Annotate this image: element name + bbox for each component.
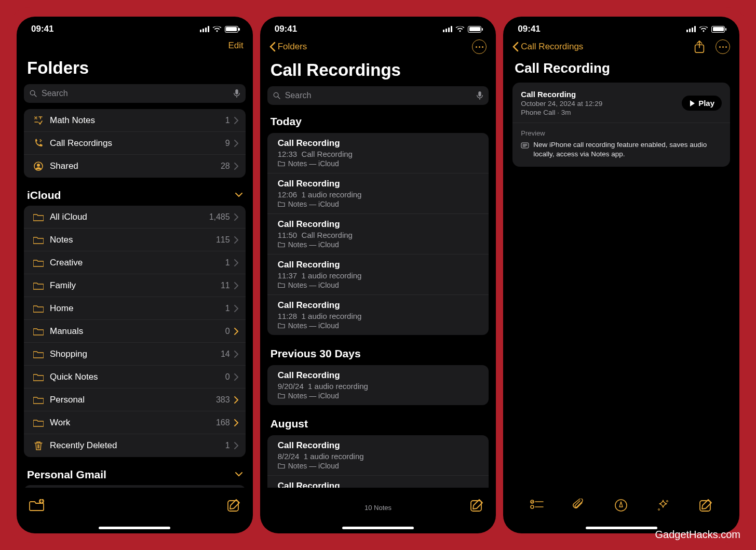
- folder-row-quick-notes[interactable]: Quick Notes0: [24, 366, 246, 388]
- recording-title: Call Recording: [278, 260, 481, 270]
- folder-icon: [31, 259, 46, 267]
- compose-button[interactable]: [227, 499, 240, 512]
- checklist-button[interactable]: [530, 500, 544, 511]
- folder-icon: [31, 373, 46, 381]
- markup-button[interactable]: [614, 499, 628, 512]
- more-options-button[interactable]: [716, 39, 730, 54]
- folder-label: Call Recordings: [46, 138, 225, 149]
- folder-row-manuals[interactable]: Manuals0: [24, 320, 246, 343]
- ai-button[interactable]: [656, 499, 670, 512]
- folder-row-math-notes[interactable]: Math Notes1: [24, 109, 246, 132]
- section-header-label: Personal Gmail: [27, 468, 106, 481]
- recording-row[interactable]: Call Recording11:37 1 audio recordingNot…: [267, 254, 489, 295]
- recording-row[interactable]: Call Recording12:06 1 audio recordingNot…: [267, 173, 489, 214]
- compose-button[interactable]: [699, 499, 712, 512]
- back-button[interactable]: Call Recordings: [512, 42, 583, 52]
- share-button[interactable]: [694, 40, 705, 53]
- svg-point-17: [531, 505, 534, 508]
- folder-row-creative[interactable]: Creative1: [24, 251, 246, 274]
- wifi-icon: [455, 25, 465, 33]
- cellular-icon: [686, 26, 696, 32]
- nav-bar: Folders: [260, 38, 496, 57]
- call-icon: [31, 138, 46, 149]
- search-field[interactable]: [24, 84, 246, 103]
- phone-call-recordings: 09:41 Folders Call Recordings: [260, 17, 496, 533]
- preview-label: Preview: [521, 129, 722, 137]
- status-icons: [686, 25, 725, 33]
- home-indicator[interactable]: [99, 527, 170, 529]
- folder-row-family[interactable]: Family11: [24, 274, 246, 297]
- search-input[interactable]: [42, 89, 229, 98]
- recording-location: Notes — iCloud: [278, 240, 481, 249]
- folder-row-work[interactable]: Work168: [24, 411, 246, 434]
- recording-row[interactable]: Call Recording11:28 1 audio recordingNot…: [267, 295, 489, 335]
- more-options-button[interactable]: [472, 39, 487, 54]
- nav-bar: Edit: [17, 38, 253, 55]
- folder-row-notes[interactable]: Notes115: [24, 229, 246, 251]
- search-input[interactable]: [285, 91, 473, 100]
- watermark: GadgetHacks.com: [655, 529, 740, 541]
- edit-button[interactable]: Edit: [228, 41, 243, 51]
- mic-icon[interactable]: [233, 89, 240, 98]
- wifi-icon: [212, 25, 222, 33]
- folder-label: Shared: [46, 161, 221, 171]
- back-button[interactable]: Folders: [269, 42, 307, 52]
- svg-point-21: [658, 509, 660, 511]
- folder-row-call-recordings[interactable]: Call Recordings9: [24, 132, 246, 155]
- play-icon: [689, 100, 695, 107]
- home-indicator[interactable]: [586, 527, 657, 529]
- mic-icon[interactable]: [476, 91, 483, 100]
- status-bar: 09:41: [260, 17, 496, 38]
- card-date: October 24, 2024 at 12:29: [521, 100, 602, 108]
- recording-sub: 9/20/24 1 audio recording: [278, 382, 481, 391]
- recording-location: Notes — iCloud: [278, 281, 481, 289]
- battery-icon: [711, 26, 725, 33]
- recording-sub: 11:28 1 audio recording: [278, 312, 481, 320]
- folder-icon: [31, 396, 46, 404]
- status-icons: [443, 25, 481, 33]
- folder-row-home[interactable]: Home1: [24, 297, 246, 320]
- folder-count: 0: [225, 372, 230, 382]
- folder-row-personal[interactable]: Personal383: [24, 388, 246, 411]
- chevron-right-icon: [234, 140, 238, 147]
- recording-location: Notes — iCloud: [278, 392, 481, 400]
- attach-button[interactable]: [573, 499, 585, 512]
- new-folder-button[interactable]: [29, 499, 45, 512]
- folder-row-all-icloud[interactable]: All iCloud1,485: [24, 206, 246, 229]
- bottom-toolbar: [17, 488, 253, 533]
- bottom-toolbar: [503, 488, 739, 533]
- search-field[interactable]: [267, 86, 489, 105]
- gmail-section-header[interactable]: Personal Gmail: [24, 465, 246, 485]
- chevron-right-icon: [234, 259, 238, 266]
- recording-row[interactable]: Call Recording11:50 Call RecordingNotes …: [267, 214, 489, 254]
- folder-label: Quick Notes: [46, 372, 225, 382]
- recording-row[interactable]: Call Recording9/20/24 1 audio recordingN…: [267, 365, 489, 405]
- chevron-right-icon: [234, 305, 238, 312]
- transcript-icon: [521, 141, 529, 150]
- chevron-right-icon: [234, 396, 238, 404]
- recording-row[interactable]: Call Recording8/2/24 1 audio recordingNo…: [267, 435, 489, 476]
- folder-row-shared[interactable]: Shared28: [24, 155, 246, 178]
- folder-icon: [31, 304, 46, 313]
- folder-label: Math Notes: [46, 115, 225, 126]
- preview-text: New iPhone call recording feature enable…: [533, 140, 722, 160]
- chevron-right-icon: [234, 351, 238, 358]
- recording-row[interactable]: Call Recording12:33 Call RecordingNotes …: [267, 133, 489, 173]
- folder-count: 28: [221, 162, 230, 171]
- recording-location: Notes — iCloud: [278, 321, 481, 330]
- list-group-header: Today: [267, 111, 489, 133]
- phone-folders: 09:41 Edit Folders Math Notes: [17, 17, 253, 533]
- svg-rect-2: [235, 89, 238, 95]
- folder-count: 9: [225, 139, 230, 148]
- folder-row-shopping[interactable]: Shopping14: [24, 343, 246, 366]
- home-indicator[interactable]: [342, 527, 414, 529]
- list-group: Call Recording9/20/24 1 audio recordingN…: [267, 365, 489, 405]
- icloud-section-header[interactable]: iCloud: [24, 186, 246, 206]
- folder-row-recently-deleted[interactable]: Recently Deleted1: [24, 434, 246, 457]
- status-icons: [200, 25, 238, 33]
- status-time: 09:41: [31, 24, 53, 34]
- play-button[interactable]: Play: [682, 96, 722, 111]
- svg-point-20: [667, 501, 668, 502]
- chevron-left-icon: [269, 42, 276, 52]
- recording-row[interactable]: Call Recording: [267, 476, 489, 488]
